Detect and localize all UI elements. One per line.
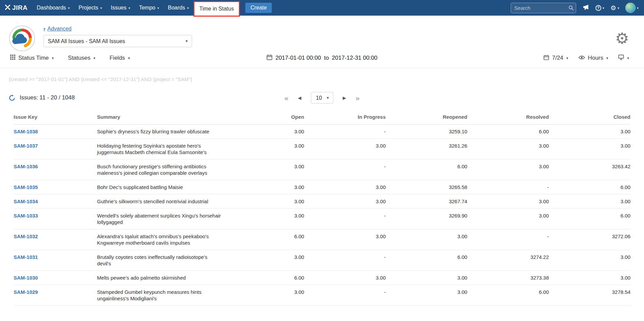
prev-page-button[interactable]: ◀ [298, 96, 301, 100]
nav-item-projects[interactable]: Projects ▾ [74, 0, 107, 16]
saved-filter-select[interactable]: SAM All Issues - SAM All Issues [44, 35, 192, 47]
cell-reopened: 3265.58 [386, 180, 467, 194]
export-icon [618, 54, 624, 62]
statuses-menu-button[interactable]: Statuses ▾ [68, 55, 95, 61]
export-menu-button[interactable]: ▾ [618, 54, 629, 62]
advanced-link[interactable]: ▾ Advanced [43, 26, 72, 32]
issue-key-link[interactable]: SAM-1035 [14, 184, 38, 190]
issue-key-link[interactable]: SAM-1031 [14, 254, 38, 260]
cell-resolved: 3274.22 [467, 250, 549, 271]
cell-resolved: 6.00 [467, 125, 549, 139]
column-header-resolved: Resolved [467, 110, 549, 125]
date-range-picker[interactable]: 2017-01-01 00:00 to 2017-12-31 00:00 [267, 54, 378, 62]
cell-reopened: 3267.74 [386, 194, 467, 209]
user-menu-button[interactable]: ▾ [625, 3, 639, 13]
cell-closed: 3.00 [549, 139, 630, 159]
fields-menu-button[interactable]: Fields ▾ [110, 55, 130, 61]
cell-in-progress: 3.00 [304, 229, 385, 250]
cell-reopened: 3.00 [386, 271, 467, 285]
chevron-down-icon: ▾ [100, 6, 102, 10]
cell-closed: 3278.54 [549, 285, 630, 306]
issue-key-link[interactable]: SAM-1032 [14, 233, 38, 239]
chevron-down-icon: ▾ [603, 6, 604, 10]
admin-menu-button[interactable]: ⚙ ▾ [610, 5, 619, 11]
help-glyph: ? [597, 6, 600, 10]
issue-summary: Busch functionary prestige's stiffening … [97, 159, 223, 180]
cell-resolved: 3.00 [467, 194, 549, 209]
saved-filter-select-wrapper: SAM All Issues - SAM All Issues ▾ [43, 35, 192, 47]
time-in-status-app-logo [9, 25, 35, 52]
eye-icon [579, 55, 585, 61]
search-icon[interactable] [568, 5, 574, 12]
nav-item-time-in-status[interactable]: Time in Status [193, 1, 240, 17]
issue-key-link[interactable]: SAM-1038 [14, 129, 38, 134]
cell-open: 3.00 [223, 180, 304, 194]
nav-item-dashboards[interactable]: Dashboards ▾ [32, 0, 74, 16]
table-row: SAM-1036Busch functionary prestige's sti… [14, 159, 630, 180]
search-box [511, 3, 576, 13]
first-page-button[interactable]: « [284, 94, 288, 101]
cell-closed: 3.00 [549, 250, 630, 271]
nav-icon-group: ? ▾ ⚙ ▾ ▾ [583, 3, 639, 13]
issue-key-link[interactable]: SAM-1029 [14, 289, 38, 295]
cell-open: 6.00 [223, 271, 304, 285]
cell-reopened: 3259.10 [386, 125, 467, 139]
issue-key-link[interactable]: SAM-1036 [14, 164, 38, 169]
last-page-button[interactable]: » [356, 94, 360, 101]
create-button[interactable]: Create [245, 3, 272, 13]
issue-key-link[interactable]: SAM-1033 [14, 213, 38, 219]
search-input[interactable] [511, 3, 576, 13]
chevron-down-icon: ▾ [618, 6, 619, 10]
date-from: 2017-01-01 00:00 [276, 55, 321, 61]
cell-resolved: 3.00 [467, 209, 549, 229]
issue-key-link[interactable]: SAM-1030 [14, 275, 38, 281]
nav-item-label: Issues [111, 5, 126, 11]
cell-in-progress: 3.00 [304, 271, 385, 285]
announcements-button[interactable] [583, 4, 589, 12]
page: JIRA Dashboards ▾ Projects ▾ Issues ▾ Te… [0, 0, 644, 321]
table-row: SAM-1030Melts pewee's ado palmetto skirm… [14, 271, 630, 285]
calendar-icon [544, 55, 549, 62]
chevron-down-icon: ▾ [129, 6, 130, 10]
jira-brand-text: JIRA [12, 4, 27, 12]
next-page-button[interactable]: ▶ [343, 96, 346, 100]
table-row: SAM-1031Brutally coyotes cotes ineffectu… [14, 250, 630, 271]
table-row: SAM-1032Alexandra's Iqaluit attach's omn… [14, 229, 630, 250]
cell-open: 3.00 [223, 209, 304, 229]
issue-summary: Brutally coyotes cotes ineffectually rad… [97, 250, 223, 271]
nav-item-tempo[interactable]: Tempo ▾ [135, 0, 164, 16]
issue-summary: Bohr Dec's supplicated battling Maisie [97, 180, 223, 194]
issue-key-link[interactable]: SAM-1034 [14, 199, 38, 204]
issue-summary: Sophie's dryness's fizzy blurring trawle… [97, 125, 223, 139]
cell-reopened: 3.00 [386, 285, 467, 306]
issue-key-link[interactable]: SAM-1037 [14, 143, 38, 149]
settings-gear-icon[interactable]: ⚙ [615, 31, 629, 46]
column-header-closed: Closed [549, 110, 630, 125]
cell-in-progress: - [304, 159, 385, 180]
chevron-down-icon: ▾ [627, 56, 629, 60]
masthead: ▾ Advanced SAM All Issues - SAM All Issu… [0, 16, 644, 68]
jira-home-link[interactable]: JIRA [5, 4, 27, 12]
status-time-menu-button[interactable]: Status Time ▾ [10, 55, 54, 61]
status-time-label: Status Time [18, 55, 49, 61]
page-size-select-wrapper: 10 ▾ [311, 92, 333, 103]
chevron-down-icon: ▾ [606, 56, 608, 60]
cell-closed: 3.00 [549, 125, 630, 139]
jql-query-text: {created >= "2017-01-01"} AND {created <… [0, 68, 644, 82]
unit-menu-button[interactable]: Hours ▾ [579, 55, 608, 61]
cell-resolved: 3.00 [467, 139, 549, 159]
avatar [625, 3, 636, 13]
chevron-down-icon: ▾ [43, 27, 45, 31]
cell-resolved: 6.00 [467, 285, 549, 306]
nav-item-issues[interactable]: Issues ▾ [106, 0, 134, 16]
refresh-icon[interactable] [9, 95, 15, 101]
cell-open: 3.00 [223, 285, 304, 306]
nav-item-boards[interactable]: Boards ▾ [164, 0, 193, 16]
issue-summary: Stampeded Gumbel keypunch measures hints… [97, 285, 223, 306]
page-size-select[interactable]: 10 [311, 92, 333, 103]
cell-closed: 3.00 [549, 271, 630, 285]
help-icon: ? [595, 5, 601, 11]
calendar-mode-button[interactable]: 7/24 ▾ [544, 55, 568, 62]
help-menu-button[interactable]: ? ▾ [595, 5, 604, 11]
cell-in-progress: - [304, 285, 385, 306]
